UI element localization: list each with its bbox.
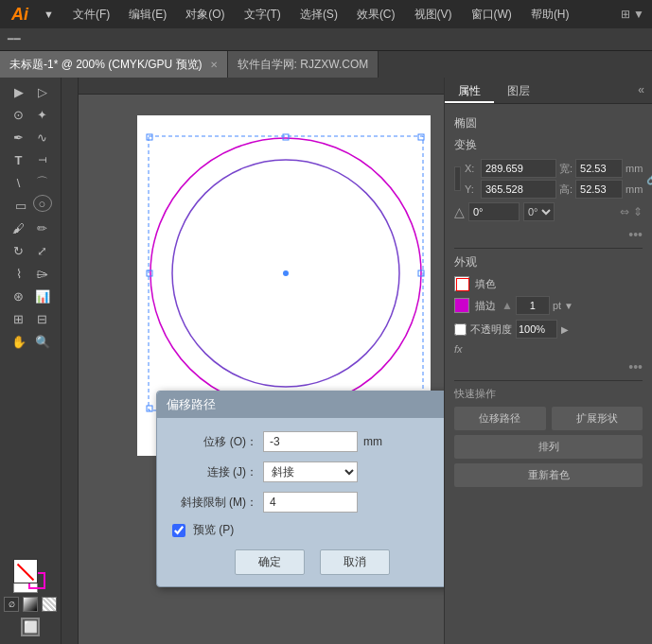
angle-input[interactable] xyxy=(468,202,520,221)
pattern-icon[interactable] xyxy=(42,597,57,612)
miter-input[interactable] xyxy=(263,492,358,513)
menu-effect[interactable]: 效果(C) xyxy=(349,5,403,25)
flip-h-icon[interactable]: ⇔ xyxy=(620,205,629,218)
scale-tool[interactable]: ⤢ xyxy=(31,240,54,261)
stroke-swatch[interactable] xyxy=(454,298,469,313)
workspace-switcher[interactable]: ⊞ ▼ xyxy=(621,8,644,21)
menu-object[interactable]: 对象(O) xyxy=(178,5,232,25)
symbol-sprayer-tool[interactable]: ⊛ xyxy=(8,286,30,306)
width-label: 宽: xyxy=(559,162,573,176)
panel-section-transform: 变换 xyxy=(454,137,643,153)
curvature-tool[interactable]: ∿ xyxy=(31,127,54,148)
angle-row: △ 0° ⇔ ⇕ xyxy=(454,202,643,221)
rotate-tool[interactable]: ↻ xyxy=(8,240,30,261)
stroke-dropdown-arrow[interactable]: ▼ xyxy=(564,301,573,311)
appearance-more-btn[interactable]: ••• xyxy=(454,359,643,374)
dialog-title: 偏移路径 xyxy=(157,392,444,418)
flip-v-icon[interactable]: ⇕ xyxy=(633,205,643,218)
preview-checkbox[interactable] xyxy=(172,524,185,537)
dialog-offset-row: 位移 (O)： mm xyxy=(172,431,444,452)
opacity-arrow[interactable]: ▶ xyxy=(561,324,569,335)
dialog-buttons: 确定 取消 xyxy=(172,549,444,575)
reshape-tool[interactable]: ⌲ xyxy=(31,263,54,284)
width-input[interactable] xyxy=(575,159,623,178)
paintbrush-tool[interactable]: 🖌 xyxy=(8,218,30,238)
height-input[interactable] xyxy=(575,180,623,199)
direct-select-tool[interactable]: ▷ xyxy=(31,81,54,102)
line-tool[interactable]: \ xyxy=(8,172,30,193)
dialog-miter-row: 斜接限制 (M)： xyxy=(172,492,444,513)
column-graph-tool[interactable]: 📊 xyxy=(31,286,54,306)
quick-actions-title: 快速操作 xyxy=(454,387,643,401)
fill-swatch[interactable] xyxy=(454,276,469,291)
join-label: 连接 (J)： xyxy=(172,464,257,480)
zoom-tool[interactable]: 🔍 xyxy=(31,331,54,352)
stroke-up-icon[interactable]: ▲ xyxy=(502,299,513,312)
color-swatches[interactable] xyxy=(13,559,47,593)
type-tool[interactable]: T xyxy=(8,149,30,170)
svg-rect-5 xyxy=(283,134,289,140)
fx-row: fx xyxy=(454,342,643,356)
menu-help[interactable]: 帮助(H) xyxy=(523,5,577,25)
offset-input[interactable] xyxy=(263,431,358,452)
menu-view[interactable]: 视图(V) xyxy=(407,5,460,25)
warp-tool[interactable]: ⌇ xyxy=(8,263,30,284)
expand-shape-button[interactable]: 扩展形状 xyxy=(552,407,643,430)
vertical-type-tool[interactable]: T xyxy=(31,149,54,170)
options-bar: ━━ xyxy=(0,28,652,51)
fill-color-swatch[interactable] xyxy=(13,559,38,583)
line-tool-group: \ ⌒ xyxy=(8,172,54,193)
canvas-area[interactable]: 偏移路径 位移 (O)： mm 连接 (J)： 斜接 圆角 斜切 斜接限制 ( xyxy=(62,78,444,644)
angle-select[interactable]: 0° xyxy=(523,202,555,221)
ellipse-tool[interactable]: ○ xyxy=(33,195,52,212)
paintbrush-tool-group: 🖌 ✏ xyxy=(8,218,54,238)
x-input[interactable] xyxy=(481,159,556,178)
draw-inside-icon[interactable]: ⬜ xyxy=(21,618,40,636)
opacity-checkbox[interactable] xyxy=(454,323,467,336)
menu-bar: Ai ▼ 文件(F) 编辑(E) 对象(O) 文字(T) 选择(S) 效果(C)… xyxy=(0,0,652,28)
constraint-link-icon[interactable]: 🔗 xyxy=(646,172,652,185)
menu-type[interactable]: 文字(T) xyxy=(237,5,289,25)
panel-tab-layers[interactable]: 图层 xyxy=(494,78,543,103)
menu-select[interactable]: 选择(S) xyxy=(292,5,345,25)
transform-more-btn[interactable]: ••• xyxy=(454,227,643,242)
lasso-tool[interactable]: ⊙ xyxy=(8,104,30,125)
gradient-icon[interactable] xyxy=(23,597,38,612)
tab-document-2[interactable]: 软件自学网: RJZXW.COM xyxy=(228,51,379,78)
tab-document-1[interactable]: 未标题-1* @ 200% (CMYK/GPU 预览) ✕ xyxy=(0,51,228,78)
symbolspray-tool-group: ⊛ 📊 xyxy=(8,286,54,306)
menu-window[interactable]: 窗口(W) xyxy=(464,5,520,25)
menu-file[interactable]: 文件(F) xyxy=(65,5,117,25)
dialog-ok-button[interactable]: 确定 xyxy=(235,549,305,575)
pencil-tool[interactable]: ✏ xyxy=(31,218,54,238)
stroke-unit: pt xyxy=(553,300,561,311)
width-unit: mm xyxy=(626,163,643,174)
type-tool-group: T T xyxy=(8,149,54,170)
stroke-width-input[interactable] xyxy=(516,296,550,315)
arc-tool[interactable]: ⌒ xyxy=(31,172,54,193)
dialog-cancel-button[interactable]: 取消 xyxy=(320,549,390,575)
rectangle-tool[interactable]: ▭ xyxy=(9,195,32,216)
recolor-button[interactable]: 重新着色 xyxy=(454,463,643,487)
y-input-row: Y: 高: mm xyxy=(465,180,643,199)
offset-path-button[interactable]: 位移路径 xyxy=(454,407,546,430)
panel-section-ellipse: 椭圆 xyxy=(454,115,643,131)
pen-tool[interactable]: ✒ xyxy=(8,127,30,148)
panel-tab-properties[interactable]: 属性 xyxy=(445,78,494,103)
selection-tool[interactable]: ▶ xyxy=(8,81,30,102)
opacity-input[interactable] xyxy=(516,320,557,339)
artboard-tool[interactable]: ⊞ xyxy=(8,308,30,329)
arrange-button[interactable]: 排列 xyxy=(454,435,643,459)
panel-collapse-icon[interactable]: « xyxy=(630,78,652,103)
svg-rect-4 xyxy=(147,134,152,140)
magic-wand-tool[interactable]: ✦ xyxy=(31,104,54,125)
none-icon[interactable]: ∅ xyxy=(4,597,19,612)
menu-edit[interactable]: 编辑(E) xyxy=(121,5,174,25)
y-input[interactable] xyxy=(481,180,556,199)
y-label: Y: xyxy=(465,183,478,195)
hand-tool[interactable]: ✋ xyxy=(8,331,30,352)
transform-origin-grid[interactable] xyxy=(454,166,461,191)
slice-tool[interactable]: ⊟ xyxy=(31,308,54,329)
tab-close-1[interactable]: ✕ xyxy=(210,60,218,70)
join-select[interactable]: 斜接 圆角 斜切 xyxy=(263,461,358,482)
